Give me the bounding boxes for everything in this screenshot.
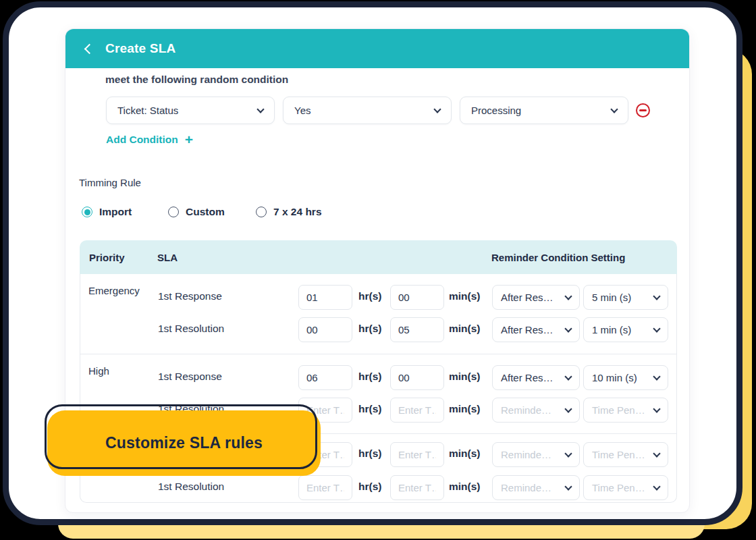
- chevron-down-icon: [610, 105, 618, 113]
- remove-condition-icon[interactable]: [636, 103, 650, 117]
- col-header-sla: SLA: [157, 252, 178, 263]
- col-header-reminder: Reminder Condition Setting: [491, 252, 625, 263]
- placeholder-value: Time Pen…: [592, 482, 645, 493]
- min-suffix-label: min(s): [449, 323, 481, 335]
- plus-icon: +: [185, 134, 193, 146]
- chevron-down-icon: [653, 405, 660, 412]
- col-header-priority: Priority: [89, 252, 125, 263]
- chevron-down-icon: [653, 325, 660, 332]
- timing-options: Import Custom 7 x 24 hrs: [65, 206, 689, 221]
- min-suffix-label: min(s): [449, 481, 481, 493]
- table-row: 1st Resolution hr(s) min(s) Reminde… Tim…: [80, 471, 676, 504]
- table-row: 1st Response hr(s) min(s) After Res… 10 …: [80, 361, 676, 394]
- min-suffix-label: min(s): [449, 403, 481, 415]
- selected-value: Yes: [294, 105, 310, 116]
- radio-label: Import: [99, 206, 132, 218]
- min-suffix-label: min(s): [449, 371, 481, 383]
- condition-value-select[interactable]: Processing: [460, 97, 628, 124]
- hr-suffix-label: hr(s): [358, 290, 381, 302]
- placeholder-value: Reminde…: [501, 404, 551, 416]
- minutes-input[interactable]: [390, 285, 444, 310]
- radio-label: Custom: [186, 206, 225, 218]
- chevron-down-icon: [256, 105, 264, 113]
- reminder-condition-select[interactable]: Reminde…: [492, 442, 580, 467]
- chevron-down-icon: [564, 325, 572, 332]
- chevron-down-icon: [653, 292, 660, 300]
- table-row: 1st Resolution hr(s) min(s) After Res… 1…: [80, 313, 676, 346]
- placeholder-value: Reminde…: [501, 482, 551, 493]
- reminder-time-select[interactable]: 10 min (s): [583, 365, 668, 390]
- radio-icon[interactable]: [256, 207, 267, 217]
- minutes-input[interactable]: [390, 398, 444, 423]
- condition-operator-select[interactable]: Yes: [283, 97, 452, 124]
- radio-7x24[interactable]: 7 x 24 hrs: [256, 206, 322, 218]
- radio-icon[interactable]: [168, 207, 179, 217]
- table-row: 1st Response hr(s) min(s) After Res… 5 m…: [80, 281, 676, 313]
- hr-suffix-label: hr(s): [358, 481, 381, 493]
- selected-value: After Res…: [501, 292, 554, 303]
- hr-suffix-label: hr(s): [358, 371, 381, 383]
- callout-label: Customize SLA rules: [105, 434, 263, 452]
- minutes-input[interactable]: [390, 475, 444, 500]
- hr-suffix-label: hr(s): [358, 323, 381, 335]
- reminder-time-select[interactable]: Time Pen…: [583, 475, 668, 500]
- hr-suffix-label: hr(s): [358, 448, 381, 460]
- card-header: Create SLA: [65, 29, 689, 68]
- chevron-down-icon: [564, 405, 572, 412]
- reminder-condition-select[interactable]: After Res…: [492, 285, 580, 310]
- customize-sla-callout[interactable]: Customize SLA rules: [47, 410, 321, 476]
- reminder-condition-select[interactable]: Reminde…: [492, 398, 580, 423]
- radio-selected-icon[interactable]: [82, 207, 92, 217]
- hr-suffix-label: hr(s): [358, 403, 381, 415]
- min-suffix-label: min(s): [449, 290, 481, 302]
- page-title: Create SLA: [105, 41, 176, 56]
- minutes-input[interactable]: [390, 365, 444, 390]
- selected-value: 5 min (s): [592, 292, 631, 303]
- condition-field-select[interactable]: Ticket: Status: [106, 97, 275, 124]
- selected-value: 10 min (s): [592, 372, 637, 383]
- selected-value: After Res…: [501, 372, 554, 383]
- radio-label: 7 x 24 hrs: [273, 206, 322, 218]
- chevron-down-icon: [653, 373, 660, 380]
- hours-input[interactable]: [298, 317, 352, 342]
- hours-input[interactable]: [298, 475, 352, 500]
- chevron-down-icon: [653, 483, 660, 490]
- reminder-condition-select[interactable]: After Res…: [492, 365, 580, 390]
- add-condition-label: Add Condition: [106, 134, 178, 146]
- sla-type-label: 1st Resolution: [158, 481, 224, 493]
- sla-type-label: 1st Resolution: [158, 323, 224, 335]
- chevron-down-icon: [564, 373, 572, 380]
- placeholder-value: Reminde…: [501, 449, 551, 460]
- hours-input[interactable]: [298, 285, 352, 310]
- reminder-condition-select[interactable]: After Res…: [492, 317, 580, 342]
- table-header: Priority SLA Reminder Condition Setting: [80, 240, 677, 274]
- add-condition-button[interactable]: Add Condition +: [106, 134, 193, 146]
- chevron-down-icon: [564, 292, 572, 300]
- chevron-down-icon: [653, 450, 660, 457]
- placeholder-value: Time Pen…: [592, 449, 645, 460]
- sla-type-label: 1st Response: [158, 290, 222, 302]
- back-icon[interactable]: [84, 43, 95, 54]
- chevron-down-icon: [564, 483, 572, 490]
- radio-custom[interactable]: Custom: [168, 206, 225, 218]
- timing-rule-label: Timming Rule: [79, 177, 141, 188]
- selected-value: Processing: [471, 105, 521, 116]
- chevron-down-icon: [564, 450, 572, 457]
- reminder-time-select[interactable]: 5 min (s): [583, 285, 668, 310]
- placeholder-value: Time Pen…: [592, 404, 645, 416]
- selected-value: 1 min (s): [592, 324, 631, 335]
- selected-value: Ticket: Status: [117, 105, 178, 116]
- min-suffix-label: min(s): [449, 448, 481, 460]
- hours-input[interactable]: [298, 365, 352, 390]
- selected-value: After Res…: [501, 324, 554, 335]
- reminder-condition-select[interactable]: Reminde…: [492, 475, 580, 500]
- minutes-input[interactable]: [390, 442, 444, 467]
- chevron-down-icon: [433, 105, 441, 113]
- sla-type-label: 1st Response: [158, 371, 222, 383]
- minutes-input[interactable]: [390, 317, 444, 342]
- reminder-time-select[interactable]: Time Pen…: [583, 442, 668, 467]
- reminder-time-select[interactable]: 1 min (s): [583, 317, 668, 342]
- reminder-time-select[interactable]: Time Pen…: [583, 398, 668, 423]
- condition-intro-text: meet the following random condition: [105, 74, 288, 86]
- radio-import[interactable]: Import: [82, 206, 132, 218]
